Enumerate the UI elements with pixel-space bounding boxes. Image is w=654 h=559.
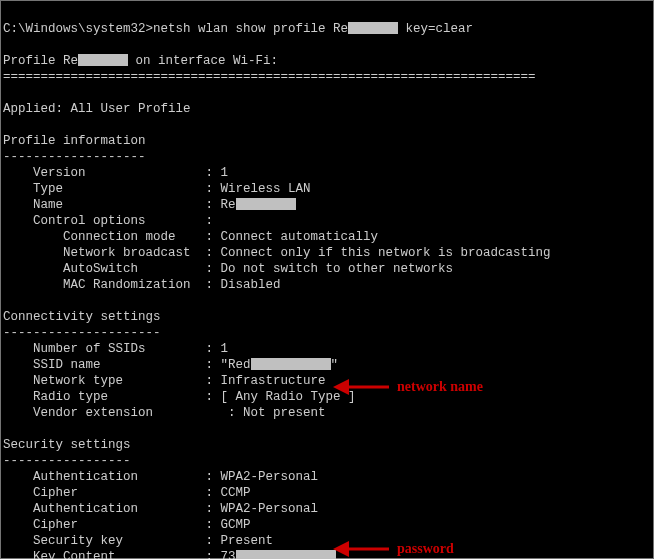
kv-value: 73 (221, 550, 236, 559)
section-divider: --------------------- (3, 326, 161, 340)
kv-row: Key Content : 73 (3, 550, 336, 559)
kv-row: Type : Wireless LAN (3, 182, 311, 196)
kv-key: Security key : (3, 534, 221, 548)
kv-value: 1 (221, 342, 229, 356)
kv-value: Present (221, 534, 274, 548)
kv-key: SSID name : (3, 358, 221, 372)
applied-line: Applied: All User Profile (3, 102, 191, 116)
redaction-block (236, 198, 296, 210)
kv-key: Vendor extension : (3, 406, 243, 420)
profile-header-part1: Profile Re (3, 54, 78, 68)
kv-row: Cipher : CCMP (3, 486, 251, 500)
kv-value: WPA2-Personal (221, 502, 319, 516)
kv-row: MAC Randomization : Disabled (3, 278, 281, 292)
kv-value: Connect automatically (221, 230, 379, 244)
kv-row: SSID name : "Red" (3, 358, 338, 372)
annotation-label: password (397, 541, 454, 557)
section-header-profile: Profile information (3, 134, 146, 148)
kv-key: MAC Randomization : (3, 278, 221, 292)
kv-key: Authentication : (3, 470, 221, 484)
command-text-part2: key=clear (398, 22, 473, 36)
section-divider: ------------------- (3, 150, 146, 164)
profile-header-part2: on interface Wi-Fi: (128, 54, 278, 68)
kv-value: Connect only if this network is broadcas… (221, 246, 551, 260)
kv-value: GCMP (221, 518, 251, 532)
kv-row: Number of SSIDs : 1 (3, 342, 228, 356)
kv-value: Do not switch to other networks (221, 262, 454, 276)
kv-value: "Red (221, 358, 251, 372)
redaction-block (348, 22, 398, 34)
redaction-block (251, 358, 331, 370)
kv-key: Name : (3, 198, 221, 212)
annotation-label: network name (397, 379, 483, 395)
arrow-left-icon (331, 538, 391, 559)
kv-row: Security key : Present (3, 534, 273, 548)
kv-value: Infrastructure (221, 374, 326, 388)
kv-key: AutoSwitch : (3, 262, 221, 276)
kv-key: Radio type : (3, 390, 221, 404)
redaction-block (78, 54, 128, 66)
kv-value: [ Any Radio Type ] (221, 390, 356, 404)
kv-row: Network broadcast : Connect only if this… (3, 246, 551, 260)
section-header-connectivity: Connectivity settings (3, 310, 161, 324)
kv-row: Authentication : WPA2-Personal (3, 470, 318, 484)
redaction-block (236, 550, 336, 559)
prompt-path: C:\Windows\system32> (3, 22, 153, 36)
terminal-window[interactable]: C:\Windows\system32>netsh wlan show prof… (0, 0, 654, 559)
divider-line: ========================================… (3, 70, 536, 84)
command-text-part1: netsh wlan show profile Re (153, 22, 348, 36)
kv-row: Version : 1 (3, 166, 228, 180)
kv-row: Cipher : GCMP (3, 518, 251, 532)
kv-row: Connection mode : Connect automatically (3, 230, 378, 244)
profile-header: Profile Re on interface Wi-Fi: (3, 54, 278, 68)
kv-value-end: " (331, 358, 339, 372)
kv-value: Not present (243, 406, 326, 420)
kv-row: Vendor extension : Not present (3, 406, 326, 420)
kv-row: Authentication : WPA2-Personal (3, 502, 318, 516)
kv-key: Key Content : (3, 550, 221, 559)
kv-key: Type : (3, 182, 221, 196)
kv-value: Re (221, 198, 236, 212)
kv-key: Number of SSIDs : (3, 342, 221, 356)
annotation-password: password (331, 538, 454, 559)
kv-key: Connection mode : (3, 230, 221, 244)
kv-value: Disabled (221, 278, 281, 292)
kv-key: Version : (3, 166, 221, 180)
kv-row: Name : Re (3, 198, 296, 212)
kv-key: Network broadcast : (3, 246, 221, 260)
command-line: C:\Windows\system32>netsh wlan show prof… (3, 22, 473, 36)
kv-key: Cipher : (3, 486, 221, 500)
kv-row: Control options : (3, 214, 213, 228)
kv-key: Authentication : (3, 502, 221, 516)
kv-value: WPA2-Personal (221, 470, 319, 484)
kv-key: Cipher : (3, 518, 221, 532)
section-header-security: Security settings (3, 438, 131, 452)
kv-value: CCMP (221, 486, 251, 500)
kv-row: Radio type : [ Any Radio Type ] (3, 390, 356, 404)
kv-value: Wireless LAN (221, 182, 311, 196)
kv-row: Network type : Infrastructure (3, 374, 326, 388)
section-divider: ----------------- (3, 454, 131, 468)
kv-value: 1 (221, 166, 229, 180)
kv-key: Network type : (3, 374, 221, 388)
kv-row: AutoSwitch : Do not switch to other netw… (3, 262, 453, 276)
